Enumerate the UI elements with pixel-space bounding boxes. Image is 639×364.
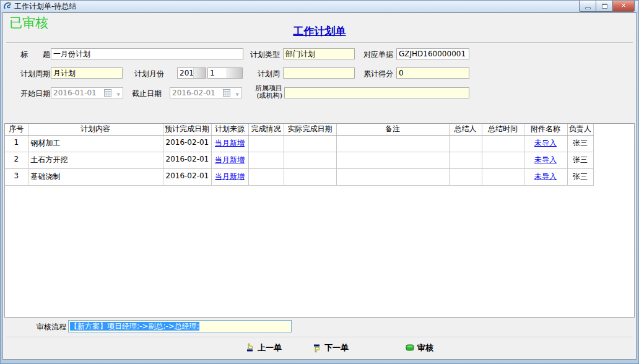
window: 工作计划单-待总结 ✕ 已审核 工作计划单 标 题 一月份计划 计划类型 部门计… xyxy=(0,0,639,364)
calendar-icon xyxy=(104,89,111,98)
maximize-button[interactable] xyxy=(596,1,613,12)
cell-attachment: 未导入 xyxy=(524,135,567,152)
col-owner[interactable]: 负责人 xyxy=(567,124,593,135)
cell-expected-date: 2016-02-01 xyxy=(163,168,211,185)
source-link[interactable]: 当月新增 xyxy=(215,172,245,181)
cell-actual-date xyxy=(284,168,336,185)
col-content[interactable]: 计划内容 xyxy=(28,124,163,135)
close-button[interactable]: ✕ xyxy=(612,1,635,12)
col-expected-date[interactable]: 预计完成日期 xyxy=(163,124,211,135)
cell-summarizer xyxy=(449,168,482,185)
cell-seq: 3 xyxy=(5,168,28,185)
project-label: 所属项目 (或机构) xyxy=(249,85,282,100)
col-source[interactable]: 计划来源 xyxy=(211,124,248,135)
cell-owner: 张三 xyxy=(567,168,593,185)
review-flow-input[interactable]: 【新方案】项目经理;->副总;->总经理; xyxy=(68,320,292,332)
col-summary-time[interactable]: 总结时间 xyxy=(482,124,524,135)
cell-remark xyxy=(336,168,449,185)
divider xyxy=(6,337,633,338)
plan-cycle-label: 计划周期 xyxy=(18,69,50,79)
plan-month-spinner[interactable]: 1 xyxy=(207,67,243,79)
source-link[interactable]: 当月新增 xyxy=(215,155,245,164)
audit-icon xyxy=(406,343,414,353)
minimize-icon xyxy=(585,7,591,9)
total-score-input[interactable]: 0 xyxy=(396,67,469,79)
plan-type-label: 计划类型 xyxy=(250,50,280,59)
hand-up-icon xyxy=(246,342,254,353)
attachment-link[interactable]: 未导入 xyxy=(534,172,557,181)
cell-remark xyxy=(336,135,449,152)
cell-content: 基础浇制 xyxy=(28,168,163,185)
attachment-link[interactable]: 未导入 xyxy=(534,139,557,147)
start-date-picker[interactable]: 2016-01-01 ▼ xyxy=(51,87,123,98)
audit-button[interactable]: 审核 xyxy=(406,341,433,355)
col-seq[interactable]: 序号 xyxy=(5,124,28,135)
spinner-gradient xyxy=(193,68,206,78)
cell-actual-date xyxy=(284,135,336,152)
cell-attachment: 未导入 xyxy=(524,152,567,168)
project-input[interactable] xyxy=(284,87,469,98)
page-title: 工作计划单 xyxy=(3,24,636,38)
col-remark[interactable]: 备注 xyxy=(336,124,449,135)
cell-source: 当月新增 xyxy=(211,152,248,168)
plan-month-label: 计划月份 xyxy=(133,69,164,79)
cell-owner: 张三 xyxy=(567,135,593,152)
source-link[interactable]: 当月新增 xyxy=(215,139,245,147)
start-date-value: 2016-01-01 xyxy=(53,89,97,97)
title-label: 标 题 xyxy=(18,50,50,59)
prev-doc-label: 上一单 xyxy=(258,342,282,353)
cell-expected-date: 2016-02-01 xyxy=(163,152,211,168)
cell-source: 当月新增 xyxy=(211,168,248,185)
chevron-down-icon[interactable]: ▼ xyxy=(236,90,239,98)
doc-ref-value: GZJHD160000001 xyxy=(399,50,466,58)
maximize-icon xyxy=(602,4,607,9)
prev-doc-button[interactable]: 上一单 xyxy=(246,341,282,355)
cell-summary-time xyxy=(482,168,524,185)
cell-completion xyxy=(248,135,284,152)
cell-attachment: 未导入 xyxy=(524,168,567,185)
calendar-icon xyxy=(223,89,230,98)
end-date-picker[interactable]: 2016-02-01 ▼ xyxy=(170,87,242,98)
doc-ref-input[interactable]: GZJHD160000001 xyxy=(396,48,469,59)
cell-summarizer xyxy=(449,152,482,168)
col-actual-date[interactable]: 实际完成日期 xyxy=(284,124,336,135)
col-completion[interactable]: 完成情况 xyxy=(248,124,284,135)
start-date-label: 开始日期 xyxy=(18,89,50,98)
total-score-value: 0 xyxy=(399,69,404,77)
table-row[interactable]: 1 钢材加工 2016-02-01 当月新增 未导入 张三 xyxy=(5,135,593,152)
audit-label: 审核 xyxy=(417,342,433,353)
title-bar: 工作计划单-待总结 ✕ xyxy=(1,1,638,12)
cell-completion xyxy=(248,168,284,185)
app-icon xyxy=(3,1,12,12)
attachment-link[interactable]: 未导入 xyxy=(534,155,557,164)
cell-seq: 1 xyxy=(5,135,28,152)
cell-source: 当月新增 xyxy=(211,135,248,152)
next-doc-button[interactable]: 下一单 xyxy=(313,341,349,355)
table-row[interactable]: 2 土石方开挖 2016-02-01 当月新增 未导入 张三 xyxy=(5,152,593,168)
window-title: 工作计划单-待总结 xyxy=(14,1,76,12)
cell-expected-date: 2016-02-01 xyxy=(163,135,211,152)
col-attachment[interactable]: 附件名称 xyxy=(524,124,567,135)
chevron-down-icon[interactable]: ▼ xyxy=(117,90,120,98)
plan-type-input[interactable]: 部门计划 xyxy=(283,48,355,59)
plan-cycle-input[interactable]: 月计划 xyxy=(51,67,123,79)
plan-cycle-value: 月计划 xyxy=(53,69,76,77)
cell-seq: 2 xyxy=(5,152,28,168)
plan-type-value: 部门计划 xyxy=(285,50,315,58)
table-row[interactable]: 3 基础浇制 2016-02-01 当月新增 未导入 张三 xyxy=(5,168,593,185)
minimize-button[interactable] xyxy=(579,1,596,12)
title-input[interactable]: 一月份计划 xyxy=(51,48,243,59)
cell-remark xyxy=(336,152,449,168)
next-doc-label: 下一单 xyxy=(324,342,349,353)
col-summarizer[interactable]: 总结人 xyxy=(449,124,482,135)
plan-items-grid: 序号 计划内容 预计完成日期 计划来源 完成情况 实际完成日期 备注 总结人 总… xyxy=(4,123,635,318)
plan-week-input[interactable] xyxy=(283,67,355,79)
cell-content: 土石方开挖 xyxy=(28,152,163,168)
plan-week-label: 计划周 xyxy=(250,69,280,79)
plan-year-spinner[interactable]: 2016 xyxy=(177,67,206,79)
cell-owner: 张三 xyxy=(567,152,593,168)
plan-items-table: 序号 计划内容 预计完成日期 计划来源 完成情况 实际完成日期 备注 总结人 总… xyxy=(5,124,594,186)
table-header-row: 序号 计划内容 预计完成日期 计划来源 完成情况 实际完成日期 备注 总结人 总… xyxy=(5,124,593,135)
project-label-line2: (或机构) xyxy=(256,92,282,100)
review-flow-value: 【新方案】项目经理;->副总;->总经理; xyxy=(70,322,199,331)
